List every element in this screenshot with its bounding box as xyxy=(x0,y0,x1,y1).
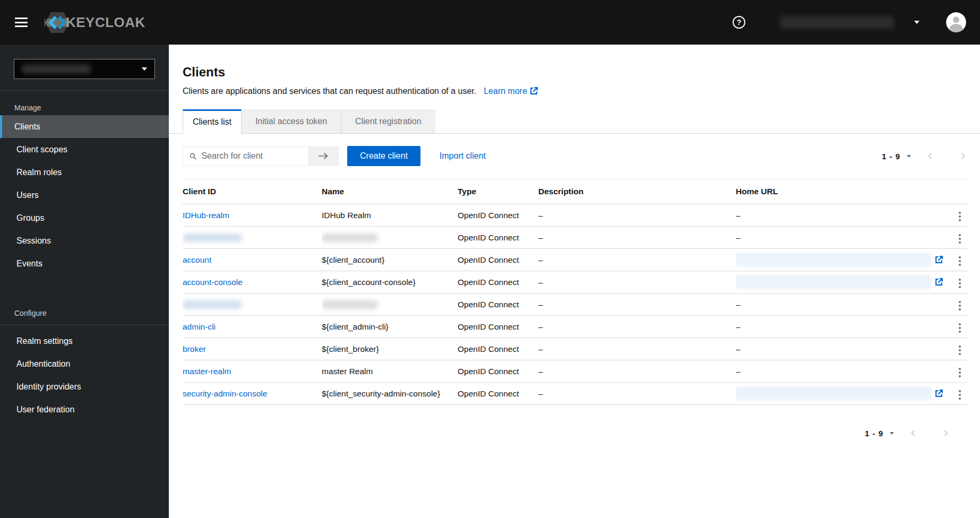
search-submit-button[interactable] xyxy=(308,147,338,165)
search-input[interactable] xyxy=(201,151,304,161)
caret-down-icon xyxy=(914,21,919,24)
client-id-link[interactable]: account-console xyxy=(183,278,243,287)
cell-actions xyxy=(948,360,967,383)
pagination-range: 1 - 9 xyxy=(882,152,900,161)
cell-description: – xyxy=(538,293,736,316)
cell-actions xyxy=(948,338,967,360)
row-kebab-menu-button[interactable] xyxy=(958,253,962,269)
pagination-range-toggle[interactable]: 1 - 9 xyxy=(865,429,894,438)
cell-home-url: – xyxy=(736,360,948,383)
redacted-home-url xyxy=(736,253,931,267)
user-avatar[interactable] xyxy=(946,12,966,32)
main-content: Clients Clients are applications and ser… xyxy=(169,45,980,518)
user-menu-dropdown[interactable] xyxy=(780,16,919,29)
sidebar-item-users[interactable]: Users xyxy=(0,184,169,206)
pagination-prev-button[interactable] xyxy=(926,151,934,161)
cell-home-url: – xyxy=(736,227,948,249)
row-kebab-menu-button[interactable] xyxy=(958,320,962,336)
cell-client-id: master-realm xyxy=(183,360,322,383)
chevron-right-icon xyxy=(959,151,967,161)
hamburger-menu-icon[interactable] xyxy=(15,18,28,27)
sidebar-nav: ManageClientsClient scopesRealm rolesUse… xyxy=(0,90,169,421)
sidebar-item-events[interactable]: Events xyxy=(0,252,169,275)
row-kebab-menu-button[interactable] xyxy=(958,298,962,314)
client-id-link[interactable]: admin-cli xyxy=(183,322,216,331)
cell-name: ${client_security-admin-console} xyxy=(322,383,458,405)
masthead-right: ? xyxy=(733,12,966,32)
cell-actions xyxy=(948,293,967,316)
sidebar-item-user-federation[interactable]: User federation xyxy=(0,398,169,421)
row-kebab-menu-button[interactable] xyxy=(958,275,962,291)
caret-down-icon xyxy=(890,432,894,435)
sidebar-item-authentication[interactable]: Authentication xyxy=(0,352,169,375)
realm-selector-dropdown[interactable] xyxy=(14,59,155,79)
client-id-link[interactable]: IDHub-realm xyxy=(183,211,229,220)
cell-home-url xyxy=(736,271,948,293)
cell-home-url xyxy=(736,383,948,405)
cell-actions xyxy=(948,383,967,405)
tab-client-registration[interactable]: Client registration xyxy=(341,109,435,134)
row-kebab-menu-button[interactable] xyxy=(958,342,962,358)
search-box xyxy=(183,147,308,165)
tab-clients-list[interactable]: Clients list xyxy=(183,109,242,134)
cell-description: – xyxy=(538,338,736,360)
sidebar-item-groups[interactable]: Groups xyxy=(0,206,169,229)
row-kebab-menu-button[interactable] xyxy=(958,231,962,247)
client-id-link[interactable]: account xyxy=(183,255,211,264)
pagination-next-button[interactable] xyxy=(942,428,950,438)
keycloak-admin-console: KEYCLOAK ? ManageClientsClient scopesRea… xyxy=(0,0,980,518)
client-id-link[interactable]: master-realm xyxy=(183,367,231,376)
column-header-name: Name xyxy=(322,179,458,204)
sidebar-item-sessions[interactable]: Sessions xyxy=(0,229,169,252)
redacted-name xyxy=(322,234,378,242)
row-kebab-menu-button[interactable] xyxy=(958,209,962,225)
cell-client-id: broker xyxy=(183,338,322,360)
home-url-link[interactable] xyxy=(736,387,943,401)
sidebar-item-client-scopes[interactable]: Client scopes xyxy=(0,138,169,161)
column-header-client-id: Client ID xyxy=(183,179,322,204)
redacted-client-id-link[interactable] xyxy=(183,234,242,242)
external-link-icon xyxy=(530,87,538,95)
table-row: master-realmmaster RealmOpenID Connect–– xyxy=(183,360,967,383)
toolbar: Create client Import client 1 - 9 xyxy=(169,134,980,166)
sidebar-item-clients[interactable]: Clients xyxy=(0,115,169,138)
client-id-link[interactable]: security-admin-console xyxy=(183,389,267,398)
sidebar-item-realm-roles[interactable]: Realm roles xyxy=(0,161,169,184)
sidebar-item-realm-settings[interactable]: Realm settings xyxy=(0,330,169,352)
redacted-realm-name xyxy=(22,64,91,74)
table-row: IDHub-realmIDHub RealmOpenID Connect–– xyxy=(183,204,967,227)
cell-home-url: – xyxy=(736,293,948,316)
redacted-client-id-link[interactable] xyxy=(183,300,242,309)
avatar-icon xyxy=(946,12,966,32)
create-client-button[interactable]: Create client xyxy=(347,146,420,166)
nav-section-label: Configure xyxy=(0,301,169,325)
pagination-prev-button[interactable] xyxy=(909,428,917,438)
import-client-link[interactable]: Import client xyxy=(440,151,486,161)
cell-name: ${client_broker} xyxy=(322,338,458,360)
cell-description: – xyxy=(538,316,736,338)
cell-name xyxy=(322,293,458,316)
redacted-user-name xyxy=(780,16,894,29)
tab-initial-access-token[interactable]: Initial access token xyxy=(242,109,341,134)
home-url-link[interactable] xyxy=(736,253,943,267)
row-kebab-menu-button[interactable] xyxy=(958,365,962,381)
chevron-left-icon xyxy=(926,151,934,161)
cell-client-id xyxy=(183,227,322,249)
redacted-home-url xyxy=(736,387,931,401)
pagination-range-toggle[interactable]: 1 - 9 xyxy=(882,152,911,161)
learn-more-link[interactable]: Learn more xyxy=(484,87,538,96)
cell-client-id: IDHub-realm xyxy=(183,204,322,227)
cell-type: OpenID Connect xyxy=(458,383,538,405)
keycloak-logo[interactable]: KEYCLOAK xyxy=(45,12,145,33)
cell-type: OpenID Connect xyxy=(458,360,538,383)
pagination-next-button[interactable] xyxy=(959,151,967,161)
table-row: OpenID Connect–– xyxy=(183,293,967,316)
column-header-type: Type xyxy=(458,179,538,204)
row-kebab-menu-button[interactable] xyxy=(958,387,962,403)
help-icon[interactable]: ? xyxy=(733,16,745,29)
cell-home-url: – xyxy=(736,316,948,338)
cell-description: – xyxy=(538,227,736,249)
client-id-link[interactable]: broker xyxy=(183,344,206,353)
home-url-link[interactable] xyxy=(736,275,943,289)
sidebar-item-identity-providers[interactable]: Identity providers xyxy=(0,375,169,398)
